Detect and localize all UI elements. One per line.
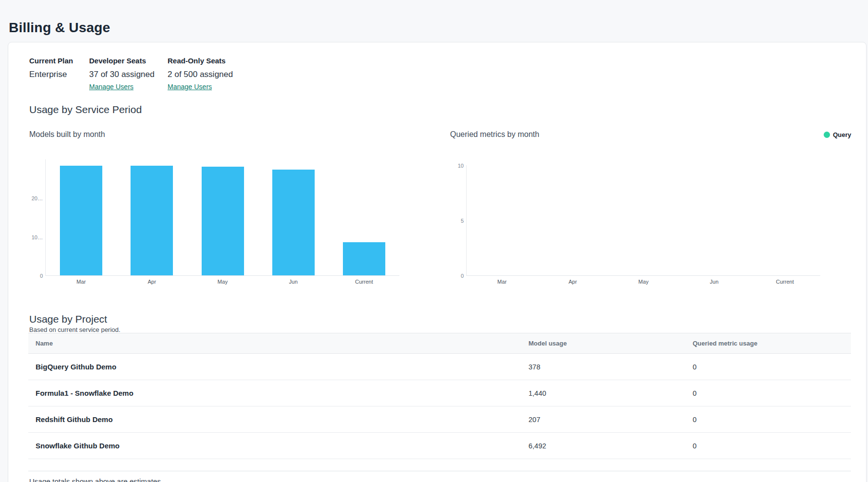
x-axis-tick-label: Current	[355, 279, 373, 285]
read-only-seats-value: 2 of 500 assigned	[168, 70, 233, 79]
x-axis-tick-label: Jun	[289, 279, 298, 285]
current-plan-label: Current Plan	[29, 57, 73, 65]
billing-usage-card: Current Plan Enterprise Developer Seats …	[8, 42, 867, 482]
usage-value: 378	[528, 363, 693, 371]
read-only-seats-label: Read-Only Seats	[168, 57, 226, 65]
table-row: Redshift Github Demo2070	[28, 406, 851, 433]
usage-by-project-table: NameModel usageQueried metric usage BigQ…	[28, 333, 851, 471]
y-axis-tick-label: 10…	[32, 234, 43, 241]
project-name: Snowflake Github Demo	[28, 442, 528, 450]
usage-value: 207	[528, 416, 693, 424]
queried-metrics-bar-chart: 0510MarAprMayJunCurrent	[466, 165, 820, 276]
project-name: Formula1 - Snowflake Demo	[28, 389, 528, 397]
column-header-name: Name	[28, 340, 528, 347]
manage-users-link-readonly[interactable]: Manage Users	[168, 83, 212, 91]
models-built-chart-title: Models built by month	[29, 130, 105, 139]
query-legend-dot-icon	[824, 132, 830, 138]
usage-value: 0	[693, 389, 851, 397]
y-axis-tick-label: 0	[461, 272, 464, 279]
y-axis-tick-label: 0	[40, 272, 43, 279]
x-axis-tick-label: Mar	[497, 279, 507, 285]
x-axis-tick-label: Mar	[76, 279, 86, 285]
chart-legend: Query	[824, 131, 851, 138]
table-bottom-divider	[28, 459, 851, 471]
project-name: Redshift Github Demo	[28, 415, 528, 424]
table-row: Snowflake Github Demo6,4920	[28, 433, 851, 459]
bar-may	[202, 167, 244, 275]
x-axis-tick-label: Apr	[148, 279, 156, 285]
developer-seats-value: 37 of 30 assigned	[89, 70, 154, 79]
table-header-row: NameModel usageQueried metric usage	[28, 333, 851, 354]
developer-seats-label: Developer Seats	[89, 57, 146, 65]
x-axis-tick-label: May	[639, 279, 649, 285]
x-axis-tick-label: May	[218, 279, 228, 285]
y-axis-tick-label: 20…	[32, 195, 43, 202]
usage-footnote: Usage totals shown above are estimates.	[29, 477, 163, 482]
bar-jun	[272, 170, 315, 275]
queried-metrics-chart-title: Queried metrics by month	[450, 130, 539, 139]
current-plan-value: Enterprise	[29, 70, 67, 79]
usage-value: 0	[693, 363, 851, 371]
page-title: Billing & Usage	[9, 20, 110, 36]
table-row: Formula1 - Snowflake Demo1,4400	[28, 380, 851, 406]
bar-mar	[60, 166, 102, 275]
bar-current	[343, 242, 385, 275]
y-axis-tick-label: 10	[458, 162, 464, 169]
column-header-queried-metric-usage: Queried metric usage	[693, 340, 851, 347]
usage-value: 0	[693, 442, 851, 450]
usage-by-project-subheading: Based on current service period.	[29, 326, 120, 333]
x-axis-tick-label: Current	[776, 279, 794, 285]
x-axis-tick-label: Apr	[568, 279, 577, 285]
manage-users-link-developer[interactable]: Manage Users	[89, 83, 133, 91]
column-header-model-usage: Model usage	[528, 340, 693, 347]
models-built-bar-chart: 010…20…MarAprMayJunCurrent	[45, 159, 399, 276]
usage-value: 6,492	[528, 442, 693, 450]
usage-by-service-period-heading: Usage by Service Period	[29, 104, 142, 116]
table-row: BigQuery Github Demo3780	[28, 354, 851, 380]
usage-by-project-heading: Usage by Project	[29, 313, 107, 325]
query-legend-label: Query	[833, 131, 851, 138]
y-axis-tick-label: 5	[461, 217, 464, 224]
x-axis-tick-label: Jun	[710, 279, 718, 285]
usage-value: 1,440	[528, 389, 693, 397]
project-name: BigQuery Github Demo	[28, 363, 528, 371]
usage-value: 0	[693, 416, 851, 424]
bar-apr	[131, 166, 173, 275]
